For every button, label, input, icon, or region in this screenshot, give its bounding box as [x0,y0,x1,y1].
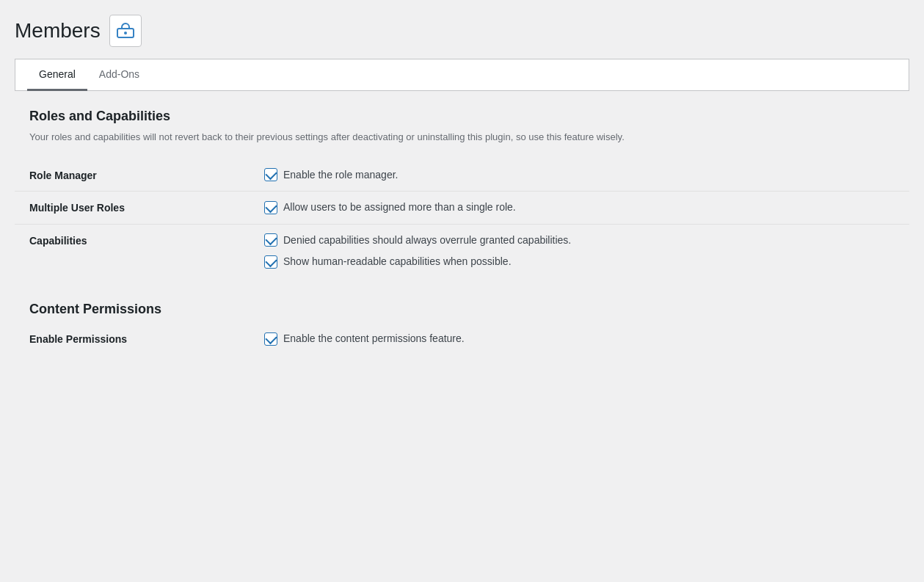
enable-permissions-checkbox-label: Enable the content permissions feature. [283,332,465,346]
multiple-user-roles-checkbox[interactable] [264,201,277,214]
tabs-container: General Add-Ons [15,59,909,91]
setting-row-capabilities: Capabilities Denied capabilities should … [15,224,909,278]
main-content: Roles and Capabilities Your roles and ca… [15,91,909,354]
svg-point-1 [124,32,127,34]
members-plugin-icon [116,21,135,40]
page-header: Members [15,15,909,47]
tab-addons[interactable]: Add-Ons [87,59,151,91]
enable-permissions-checkbox-row: Enable the content permissions feature. [264,332,895,346]
roles-capabilities-title: Roles and Capabilities [15,109,909,124]
roles-capabilities-description: Your roles and capabilities will not rev… [15,130,909,145]
setting-row-role-manager: Role Manager Enable the role manager. [15,159,909,192]
multiple-user-roles-label: Multiple User Roles [29,200,264,214]
capabilities-denied-checkbox[interactable] [264,233,277,247]
capabilities-denied-label: Denied capabilities should always overru… [283,233,571,248]
section-roles-capabilities: Roles and Capabilities Your roles and ca… [15,109,909,278]
capabilities-checkbox-row-2: Show human-readable capabilities when po… [264,255,895,269]
role-manager-checkbox[interactable] [264,168,277,181]
multiple-user-roles-control: Allow users to be assigned more than a s… [264,200,895,215]
capabilities-human-readable-checkbox[interactable] [264,255,277,269]
capabilities-control: Denied capabilities should always overru… [264,233,895,269]
capabilities-label: Capabilities [29,233,264,247]
role-manager-checkbox-label: Enable the role manager. [283,168,398,183]
capabilities-human-readable-label: Show human-readable capabilities when po… [283,255,512,269]
section-content-permissions: Content Permissions Enable Permissions E… [15,302,909,355]
enable-permissions-label: Enable Permissions [29,332,264,345]
role-manager-label: Role Manager [29,168,264,181]
multiple-user-roles-checkbox-row: Allow users to be assigned more than a s… [264,200,895,215]
capabilities-checkbox-row-1: Denied capabilities should always overru… [264,233,895,248]
role-manager-checkbox-row: Enable the role manager. [264,168,895,183]
tab-general[interactable]: General [27,59,87,91]
setting-row-multiple-user-roles: Multiple User Roles Allow users to be as… [15,191,909,224]
setting-row-enable-permissions: Enable Permissions Enable the content pe… [15,323,909,355]
content-permissions-settings: Enable Permissions Enable the content pe… [15,323,909,355]
role-manager-control: Enable the role manager. [264,168,895,183]
enable-permissions-checkbox[interactable] [264,332,277,346]
multiple-user-roles-checkbox-label: Allow users to be assigned more than a s… [283,200,516,215]
content-permissions-title: Content Permissions [15,302,909,317]
page-title: Members [15,18,101,44]
page-container: Members General Add-Ons Roles and Capabi… [0,0,924,393]
tabs-nav: General Add-Ons [15,59,909,91]
enable-permissions-control: Enable the content permissions feature. [264,332,895,346]
plugin-icon [109,15,142,47]
roles-capabilities-settings: Role Manager Enable the role manager. Mu… [15,159,909,278]
